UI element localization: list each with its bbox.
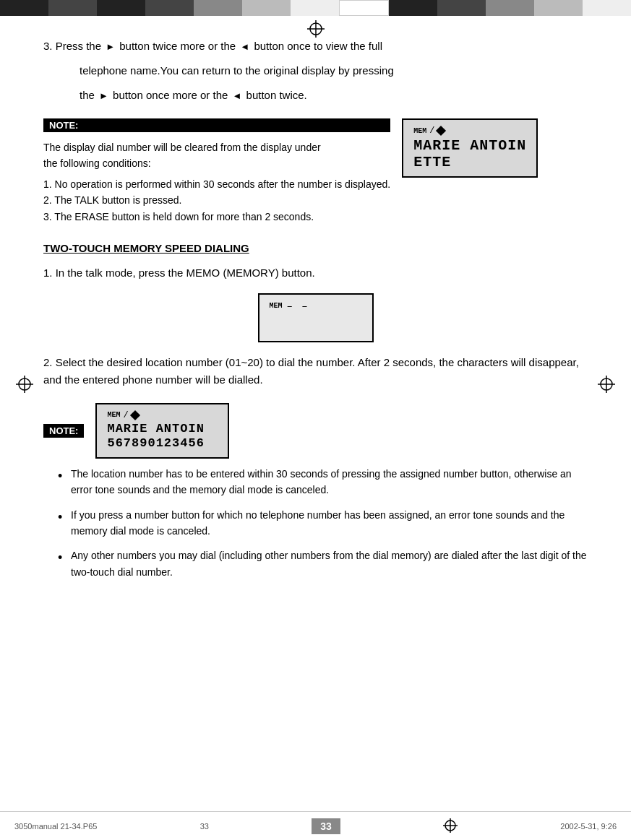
step3-text-end: button once to view the full xyxy=(254,40,382,52)
note1-section: NOTE: The display dial number will be cl… xyxy=(43,118,588,225)
display2-container: MEM – – xyxy=(43,293,588,342)
arrow-right-icon-1: ► xyxy=(106,41,115,52)
arrow-left-icon-1: ◄ xyxy=(240,41,249,52)
bullet-list: The location number has to be entered wi… xyxy=(58,466,588,580)
list-item: The location number has to be entered wi… xyxy=(58,466,588,498)
step3-text-mid: button twice more or the xyxy=(119,40,236,52)
step3-text-prefix: 3. Press the xyxy=(43,40,101,52)
note2-section: NOTE: MEM / MARIE ANTOIN 567890123456 xyxy=(43,403,588,459)
page-content: 3. Press the ► button twice more or the … xyxy=(0,16,631,632)
crosshair-top xyxy=(307,20,325,40)
note1-label-col: NOTE: The display dial number will be cl… xyxy=(43,118,390,225)
top-border xyxy=(0,0,631,16)
display1: MEM / MARIE ANTOIN ETTE xyxy=(402,118,538,178)
note1-badge: NOTE: xyxy=(43,118,390,132)
crosshair-footer xyxy=(443,818,458,834)
step1-block: 1. In the talk mode, press the MEMO (MEM… xyxy=(43,264,588,282)
page-number-box: 33 xyxy=(312,818,340,834)
list-item: If you press a number button for which n… xyxy=(58,507,588,540)
display3: MEM / MARIE ANTOIN 567890123456 xyxy=(95,403,229,459)
crosshair-left xyxy=(16,376,33,395)
arrow-left-icon-2: ◄ xyxy=(233,90,242,101)
diamond-icon-2 xyxy=(130,410,140,420)
note1-text: The display dial number will be cleared … xyxy=(43,139,390,225)
display2: MEM – – xyxy=(258,293,374,342)
note2-badge: NOTE: xyxy=(43,424,84,438)
footer-center: 33 xyxy=(200,822,209,831)
section-heading: TWO-TOUCH MEMORY SPEED DIALING xyxy=(43,242,588,254)
list-item: Any other numbers you may dial (includin… xyxy=(58,547,588,580)
crosshair-right xyxy=(598,376,615,395)
step2-block: 2. Select the desired location number (0… xyxy=(43,354,588,389)
footer-left: 3050manual 21-34.P65 xyxy=(14,822,97,831)
arrow-right-icon-2: ► xyxy=(99,90,108,101)
note2-label-col: NOTE: xyxy=(43,424,84,438)
step3-block: 3. Press the ► button twice more or the … xyxy=(43,38,588,104)
diamond-icon-1 xyxy=(436,126,446,136)
step3-line1: 3. Press the ► button twice more or the … xyxy=(43,38,588,55)
step3-line2: telephone name.You can return to the ori… xyxy=(43,62,588,104)
footer-right: 2002-5-31, 9:26 xyxy=(560,822,617,831)
page-footer: 3050manual 21-34.P65 33 33 2002-5-31, 9:… xyxy=(0,811,631,840)
